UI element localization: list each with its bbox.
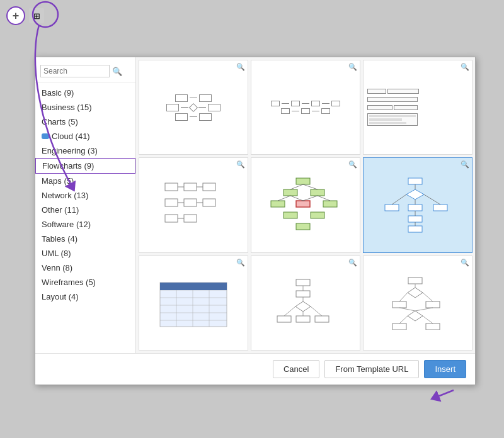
svg-rect-17 [271,201,285,207]
svg-line-25 [278,196,290,201]
template-thumb-4[interactable]: 🔍 [139,157,248,252]
dialog-footer: Cancel From Template URL Insert [35,353,475,385]
svg-rect-20 [284,212,297,218]
sidebar-item-label: Network (13) [42,191,88,200]
cancel-button[interactable]: Cancel [273,360,319,378]
svg-line-24 [303,184,318,189]
sidebar-item-label: Maps (5) [42,176,74,186]
flowchart-svg-4 [159,276,228,330]
svg-rect-6 [165,199,178,206]
sidebar-item-cloud[interactable]: Cloud (41) [35,129,135,143]
sidebar-item-engineering[interactable]: Engineering (3) [35,143,135,158]
svg-marker-70 [408,311,423,321]
dialog-body: 🔍 Basic (9)Business (15)Charts (5)Cloud … [35,57,475,353]
sidebar-item-label: Software (12) [42,220,91,229]
zoom-icon-7[interactable]: 🔍 [236,259,245,267]
sidebar-item-network[interactable]: Network (13) [35,188,135,203]
sidebar-item-charts[interactable]: Charts (5) [35,115,135,129]
sidebar-item-flowcharts[interactable]: Flowcharts (9) [35,158,135,174]
sidebar-item-other[interactable]: Other (11) [35,203,135,217]
flowchart-svg-1 [162,180,225,230]
template-thumb-9[interactable]: 🔍 [363,256,472,351]
svg-rect-29 [408,178,422,184]
svg-line-27 [303,196,318,201]
svg-rect-22 [296,223,310,230]
sidebar-item-maps[interactable]: Maps (5) [35,174,135,188]
search-icon[interactable]: 🔍 [112,67,122,76]
grid-icon-btn[interactable]: ⊞ [29,8,44,23]
svg-marker-57 [295,301,311,312]
svg-line-77 [415,308,433,311]
sidebar-item-layout[interactable]: Layout (4) [35,289,135,304]
template-thumb-5[interactable]: 🔍 [251,157,360,252]
diag-el [322,103,329,104]
template-thumb-2[interactable]: 🔍 [251,60,360,155]
plus-icon: + [13,9,20,23]
sidebar-item-tables[interactable]: Tables (4) [35,232,135,246]
diag-el [312,111,319,111]
svg-line-38 [424,194,440,205]
search-input[interactable] [40,65,110,77]
sidebar-item-uml[interactable]: UML (8) [35,246,135,261]
sidebar-item-wireframes[interactable]: Wireframes (5) [35,275,135,289]
diag-el [281,108,290,114]
svg-rect-53 [193,283,209,290]
zoom-icon-4[interactable]: 🔍 [236,160,245,169]
category-sidebar: 🔍 Basic (9)Business (15)Charts (5)Cloud … [35,57,136,353]
grid-icon: ⊞ [33,11,40,21]
template-thumb-8[interactable]: 🔍 [251,256,360,351]
sidebar-item-label: Wireframes (5) [42,278,96,287]
svg-line-74 [399,293,408,301]
template-thumb-1[interactable]: 🔍 [139,60,248,155]
svg-line-76 [399,308,415,311]
from-template-url-button[interactable]: From Template URL [324,360,419,378]
flowchart-svg-3 [380,177,455,233]
sidebar-item-basic[interactable]: Basic (9) [35,86,135,100]
svg-rect-3 [203,183,215,191]
insert-button[interactable]: Insert [424,360,466,378]
svg-rect-34 [408,216,422,222]
zoom-icon-9[interactable]: 🔍 [461,259,469,267]
svg-rect-69 [426,301,440,308]
diag-el [190,116,197,117]
template-thumb-3[interactable]: 🔍 [363,60,472,155]
svg-rect-35 [408,226,422,232]
svg-rect-18 [296,201,310,207]
zoom-icon-8[interactable]: 🔍 [348,259,357,267]
zoom-icon-3[interactable]: 🔍 [461,63,469,71]
svg-marker-67 [408,288,423,298]
cloud-icon [42,133,49,139]
svg-line-65 [311,306,322,316]
diag-el [271,101,280,106]
diag-el [175,113,188,121]
flowchart-svg-5 [271,276,340,330]
sidebar-item-label: Venn (8) [42,263,72,272]
svg-rect-66 [408,278,422,284]
svg-rect-56 [296,291,310,297]
add-button[interactable]: + [6,6,25,25]
svg-rect-2 [184,183,197,191]
svg-rect-52 [176,283,193,290]
template-thumb-7[interactable]: 🔍 [139,256,248,351]
svg-rect-32 [433,205,447,211]
diag-el [198,107,206,108]
svg-line-26 [290,196,303,201]
sidebar-item-label: Basic (9) [42,88,74,98]
zoom-icon-5[interactable]: 🔍 [348,160,357,169]
template-thumb-6[interactable]: 🔍 [363,157,472,252]
flowchart-svg-6 [383,276,452,330]
diag-el [367,97,418,102]
svg-rect-15 [284,189,297,196]
sidebar-item-business[interactable]: Business (15) [35,100,135,115]
svg-rect-14 [296,178,310,184]
zoom-icon-1[interactable]: 🔍 [236,63,245,71]
svg-line-78 [399,316,408,323]
diag-el [301,108,310,114]
toolbar: + ⊞ [6,6,44,25]
sidebar-item-software[interactable]: Software (12) [35,217,135,232]
sidebar-item-venn[interactable]: Venn (8) [35,261,135,275]
zoom-icon-2[interactable]: 🔍 [348,63,357,71]
zoom-icon-6[interactable]: 🔍 [461,160,469,169]
svg-line-64 [284,306,295,316]
diag-el [166,104,179,111]
